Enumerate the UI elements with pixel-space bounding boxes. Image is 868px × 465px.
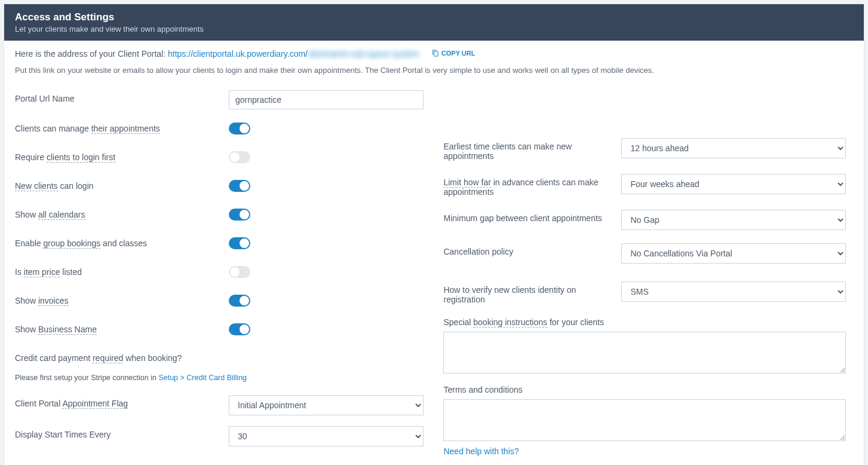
display-start-select[interactable]: 30 [229,426,424,446]
require-login-label: Require clients to login first [15,149,229,162]
show-invoices-label: Show invoices [15,292,229,305]
new-clients-toggle[interactable] [229,180,250,192]
item-price-label: Is item price listed [15,264,229,277]
min-gap-label: Minimum gap between client appointments [443,210,621,223]
show-business-toggle[interactable] [229,323,250,335]
page-subtitle: Let your clients make and view their own… [15,25,853,33]
manage-appts-toggle[interactable] [229,123,250,134]
help-link[interactable]: Need help with this? [443,446,519,456]
cancel-policy-label: Cancellation policy [443,243,621,256]
verify-select[interactable]: SMS [621,282,845,302]
require-login-toggle[interactable] [229,151,250,163]
special-instructions-label: Special booking instructions for your cl… [443,317,845,327]
show-invoices-toggle[interactable] [229,295,250,307]
show-calendars-label: Show all calendars [15,206,229,219]
group-bookings-label: Enable group bookings and classes [15,235,229,248]
settings-panel: Access and Settings Let your clients mak… [4,4,864,465]
copy-icon [432,50,439,57]
portal-url-name-label: Portal Url Name [15,90,229,103]
earliest-label: Earliest time clients can make new appoi… [443,138,621,161]
limit-far-label: Limit how far in advance clients can mak… [443,174,621,197]
portal-description: Put this link on your website or emails … [15,66,853,75]
manage-appts-label: Clients can manage their appointments [15,120,229,133]
show-calendars-toggle[interactable] [229,209,250,221]
panel-body: Here is the address of your Client Porta… [4,41,864,465]
portal-url-name-input[interactable] [229,90,424,109]
left-column: Portal Url Name Clients can manage their… [15,90,425,457]
appt-flag-label: Client Portal Appointment Flag [15,395,229,408]
new-clients-label: New clients can login [15,178,229,191]
copy-url-button[interactable]: COPY URL [432,50,476,57]
portal-url-prefix: Here is the address of your Client Porta… [15,49,168,59]
item-price-toggle[interactable] [229,266,250,278]
cc-required-label: Credit card payment required when bookin… [15,350,229,363]
earliest-select[interactable]: 12 hours ahead [621,138,845,158]
stripe-note: Please first setup your Stripe connectio… [15,374,425,382]
portal-url-line: Here is the address of your Client Porta… [15,49,853,59]
verify-label: How to verify new clients identity on re… [443,282,621,304]
terms-textarea[interactable] [443,399,845,441]
appt-flag-select[interactable]: Initial Appointment [229,395,424,415]
stripe-setup-link[interactable]: Setup > Credit Card Billing [158,374,247,382]
special-instructions-textarea[interactable] [443,332,845,374]
limit-far-select[interactable]: Four weeks ahead [621,174,845,194]
panel-header: Access and Settings Let your clients mak… [4,4,864,41]
group-bookings-toggle[interactable] [229,237,250,249]
display-start-label: Display Start Times Every [15,426,229,439]
min-gap-select[interactable]: No Gap [621,210,845,230]
portal-url-link[interactable]: https://clientportal.uk.powerdiary.com/c… [168,49,419,59]
terms-label: Terms and conditions [443,385,845,394]
right-column: Earliest time clients can make new appoi… [443,90,845,457]
cancel-policy-select[interactable]: No Cancellations Via Portal [621,243,845,264]
show-business-label: Show Business Name [15,321,229,334]
page-title: Access and Settings [15,11,853,23]
